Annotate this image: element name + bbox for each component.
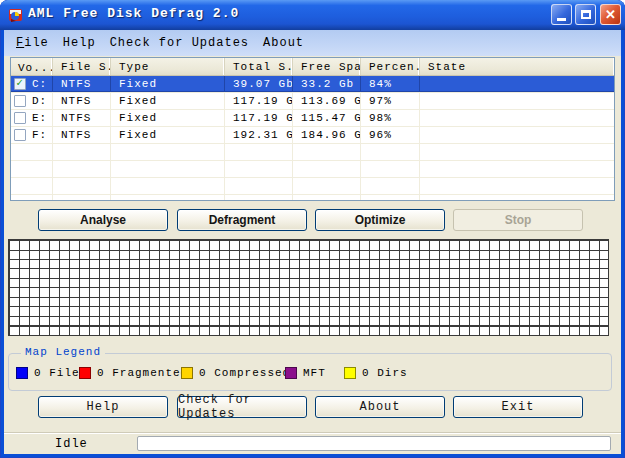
menu-help[interactable]: Help [56, 33, 103, 53]
legend-item-fragmented: 0 Fragmented [79, 367, 188, 379]
total-cell: 39.07 Gb [225, 76, 293, 92]
mft-color-swatch [285, 367, 297, 379]
minimize-icon [557, 18, 566, 21]
column-header-volume[interactable]: Vo... [11, 58, 53, 75]
filesystem-cell: NTFS [53, 127, 111, 143]
close-icon: ✕ [605, 8, 616, 21]
app-window: AML Free Disk Defrag 2.0 ✕ File Help Che… [0, 0, 625, 458]
fragmented-color-swatch [79, 367, 91, 379]
app-icon [8, 7, 24, 23]
filesystem-cell: NTFS [53, 93, 111, 109]
stop-button: Stop [453, 209, 583, 231]
checkbox-volume-e[interactable] [14, 112, 26, 124]
total-cell: 117.19 Gb [225, 110, 293, 126]
column-header-total[interactable]: Total S... [225, 58, 293, 75]
about-button[interactable]: About [315, 396, 445, 418]
analyse-button[interactable]: Analyse [38, 209, 168, 231]
map-legend-title: Map Legend [21, 346, 105, 358]
status-text: Idle [55, 437, 88, 451]
minimize-button[interactable] [551, 4, 572, 25]
window-title: AML Free Disk Defrag 2.0 [28, 6, 239, 21]
volume-letter: D: [32, 93, 47, 109]
total-cell: 192.31 Gb [225, 127, 293, 143]
volume-letter: E: [32, 110, 47, 126]
empty-row [11, 144, 614, 161]
title-bar[interactable]: AML Free Disk Defrag 2.0 ✕ [0, 0, 625, 30]
state-cell [420, 93, 614, 109]
volume-letter: C: [32, 76, 47, 92]
checkbox-volume-f[interactable] [14, 129, 26, 141]
help-button[interactable]: Help [38, 396, 168, 418]
column-header-state[interactable]: State [420, 58, 614, 75]
column-header-filesystem[interactable]: File S... [53, 58, 111, 75]
maximize-button[interactable] [575, 4, 596, 25]
empty-row [11, 178, 614, 195]
volume-row-f[interactable]: F: NTFS Fixed 192.31 Gb 184.96 Gb 96% [11, 127, 614, 144]
legend-item-mft: MFT [285, 367, 326, 379]
state-cell [420, 110, 614, 126]
column-header-type[interactable]: Type [111, 58, 225, 75]
check-icon: ✓ [16, 78, 24, 89]
total-cell: 117.19 Gb [225, 93, 293, 109]
free-cell: 184.96 Gb [293, 127, 361, 143]
type-cell: Fixed [111, 110, 225, 126]
type-cell: Fixed [111, 76, 225, 92]
checkbox-volume-c[interactable]: ✓ [14, 78, 26, 90]
check-for-updates-button[interactable]: Check for Updates [177, 396, 307, 418]
volume-row-c[interactable]: ✓ C: NTFS Fixed 39.07 Gb 33.2 Gb 84% [11, 76, 614, 93]
filesystem-cell: NTFS [53, 110, 111, 126]
volume-list: Vo... File S... Type Total S... Free Spa… [10, 57, 615, 201]
files-color-swatch [16, 367, 28, 379]
volume-row-d[interactable]: D: NTFS Fixed 117.19 Gb 113.69 Gb 97% [11, 93, 614, 110]
state-cell [420, 76, 614, 92]
progress-bar [137, 436, 611, 451]
percent-cell: 84% [361, 76, 420, 92]
column-header-percent[interactable]: Percen... [361, 58, 420, 75]
free-cell: 115.47 Gb [293, 110, 361, 126]
menu-check-for-updates[interactable]: Check for Updates [103, 33, 256, 53]
menu-file[interactable]: File [9, 33, 56, 53]
percent-cell: 96% [361, 127, 420, 143]
status-bar: Idle [4, 432, 621, 454]
maximize-icon [581, 10, 591, 19]
volume-list-header: Vo... File S... Type Total S... Free Spa… [11, 58, 614, 76]
free-cell: 113.69 Gb [293, 93, 361, 109]
legend-item-compressed: 0 Compressed [181, 367, 290, 379]
compressed-color-swatch [181, 367, 193, 379]
column-header-free[interactable]: Free Space [293, 58, 361, 75]
type-cell: Fixed [111, 93, 225, 109]
legend-item-dirs: 0 Dirs [344, 367, 408, 379]
defrag-cluster-map [8, 239, 609, 336]
legend-item-files: 0 Files [16, 367, 87, 379]
checkbox-volume-d[interactable] [14, 95, 26, 107]
free-cell: 33.2 Gb [293, 76, 361, 92]
client-area: File Help Check for Updates About Vo... … [4, 30, 621, 454]
percent-cell: 98% [361, 110, 420, 126]
dirs-color-swatch [344, 367, 356, 379]
state-cell [420, 127, 614, 143]
menu-bar: File Help Check for Updates About [4, 30, 621, 56]
defragment-button[interactable]: Defragment [177, 209, 307, 231]
empty-row [11, 195, 614, 201]
optimize-button[interactable]: Optimize [315, 209, 445, 231]
map-legend-groupbox: Map Legend 0 Files 0 Fragmented 0 Compre… [8, 353, 612, 391]
close-button[interactable]: ✕ [600, 4, 621, 25]
empty-row [11, 161, 614, 178]
filesystem-cell: NTFS [53, 76, 111, 92]
percent-cell: 97% [361, 93, 420, 109]
exit-button[interactable]: Exit [453, 396, 583, 418]
volume-row-e[interactable]: E: NTFS Fixed 117.19 Gb 115.47 Gb 98% [11, 110, 614, 127]
volume-letter: F: [32, 127, 47, 143]
type-cell: Fixed [111, 127, 225, 143]
menu-about[interactable]: About [256, 33, 311, 53]
